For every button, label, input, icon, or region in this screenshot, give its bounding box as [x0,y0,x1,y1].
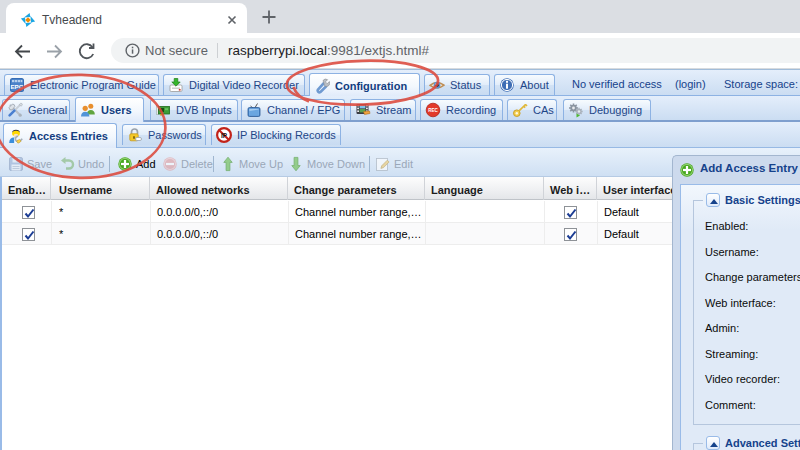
svg-text:IP: IP [221,132,228,139]
svg-text:REC: REC [428,108,438,113]
svg-text:EPG: EPG [10,83,23,90]
